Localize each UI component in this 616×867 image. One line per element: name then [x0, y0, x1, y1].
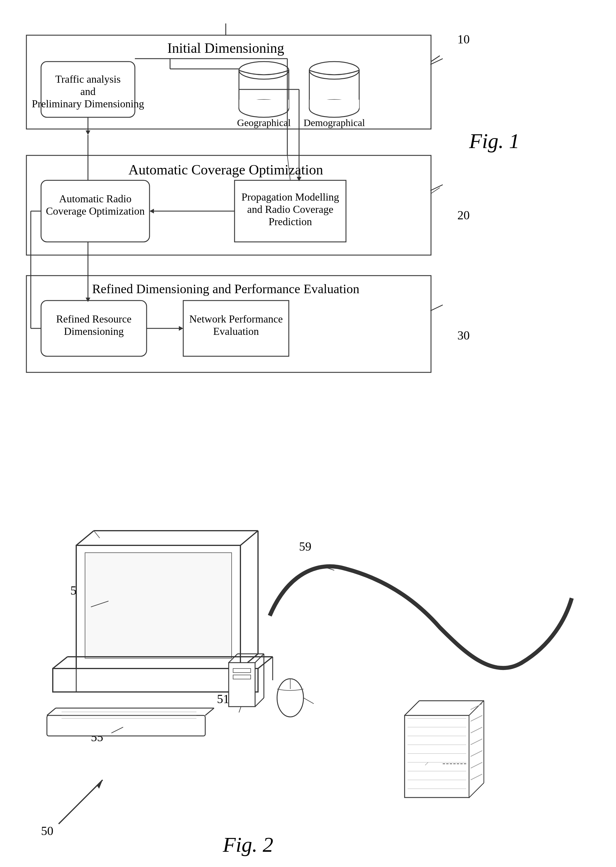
fig1-diagram: Initial Dimensioning Traffic analysis an… [24, 17, 457, 457]
svg-text:Network Performance: Network Performance [189, 313, 283, 325]
svg-text:Prediction: Prediction [269, 216, 312, 228]
svg-text:Traffic analysis: Traffic analysis [55, 73, 121, 85]
svg-line-99 [303, 698, 314, 704]
svg-rect-88 [229, 663, 255, 707]
svg-text:Evaluation: Evaluation [213, 325, 259, 337]
svg-text:Coverage Optimization: Coverage Optimization [46, 205, 145, 217]
svg-text:Geographical: Geographical [237, 117, 291, 128]
svg-text:Propagation Modelling: Propagation Modelling [242, 191, 339, 203]
svg-text:and: and [80, 86, 96, 97]
fig1-label: Fig. 1 [469, 129, 520, 153]
svg-point-6 [239, 61, 289, 79]
svg-marker-107 [469, 701, 484, 798]
svg-rect-10 [239, 100, 289, 108]
svg-text:Dimensioning: Dimensioning [64, 325, 124, 337]
svg-rect-72 [53, 669, 258, 692]
svg-rect-65 [85, 553, 232, 658]
svg-text:Refined Resource: Refined Resource [56, 313, 132, 325]
svg-line-53 [431, 305, 443, 311]
svg-rect-101 [405, 715, 469, 798]
fig2-diagram [24, 516, 580, 856]
svg-line-96 [239, 707, 241, 713]
svg-rect-16 [310, 100, 359, 108]
svg-text:Preliminary Dimensioning: Preliminary Dimensioning [32, 98, 144, 110]
svg-line-74 [258, 657, 273, 669]
svg-text:Refined Dimensioning and Perfo: Refined Dimensioning and Performance Eva… [92, 282, 360, 296]
svg-line-67 [240, 531, 258, 545]
svg-line-81 [205, 708, 214, 715]
svg-text:and Radio Coverage: and Radio Coverage [247, 204, 333, 215]
svg-text:Automatic Radio: Automatic Radio [59, 193, 132, 205]
svg-line-80 [47, 708, 56, 715]
ref-20: 20 [457, 208, 470, 222]
svg-line-102 [405, 701, 419, 715]
svg-line-73 [53, 657, 68, 669]
ref-10: 10 [457, 32, 470, 46]
svg-text:Demographical: Demographical [303, 117, 365, 128]
ref-30: 30 [457, 328, 470, 342]
svg-line-71 [94, 531, 100, 538]
svg-line-66 [76, 531, 94, 545]
svg-line-51 [431, 59, 443, 64]
svg-point-12 [309, 61, 359, 79]
svg-line-125 [59, 780, 103, 824]
svg-line-93 [255, 698, 264, 707]
svg-text:Automatic Coverage Optimizatio: Automatic Coverage Optimization [129, 162, 323, 177]
svg-text:Initial Dimensioning: Initial Dimensioning [167, 40, 284, 56]
svg-marker-19 [86, 130, 90, 135]
